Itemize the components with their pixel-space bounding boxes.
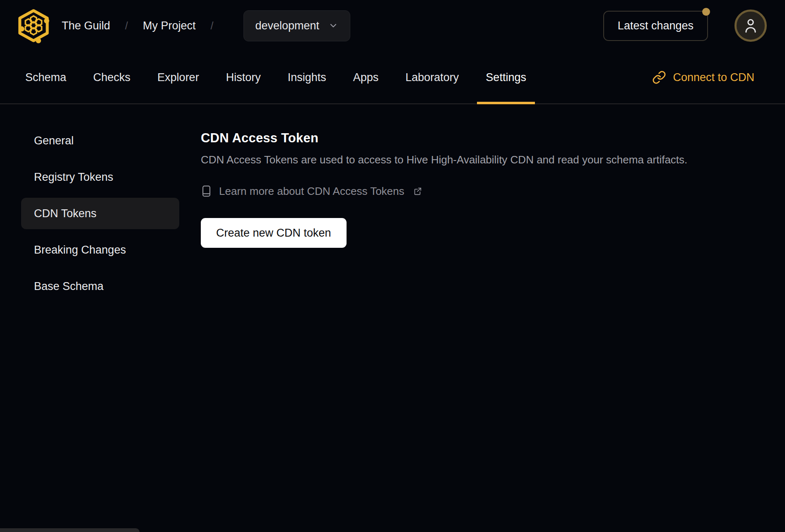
page-title: CDN Access Token	[201, 131, 687, 146]
learn-more-link[interactable]: Learn more about CDN Access Tokens	[201, 185, 687, 198]
target-selector-value: development	[255, 19, 320, 32]
breadcrumb: The Guild / My Project / development	[62, 10, 350, 41]
tab-explorer[interactable]: Explorer	[149, 51, 208, 103]
user-avatar-button[interactable]	[734, 10, 767, 42]
latest-changes-label: Latest changes	[618, 19, 693, 32]
tab-checks[interactable]: Checks	[84, 51, 139, 103]
page-description: CDN Access Tokens are used to access to …	[201, 153, 687, 166]
chevron-down-icon	[328, 21, 338, 31]
external-link-icon	[413, 187, 422, 196]
tab-settings[interactable]: Settings	[477, 51, 535, 103]
create-cdn-token-button[interactable]: Create new CDN token	[201, 218, 347, 248]
sidebar-item-base-schema[interactable]: Base Schema	[21, 271, 179, 302]
sidebar-item-general[interactable]: General	[21, 125, 179, 156]
sidebar-item-registry-tokens[interactable]: Registry Tokens	[21, 161, 179, 193]
header-actions: Latest changes	[603, 10, 767, 42]
tab-apps[interactable]: Apps	[344, 51, 388, 103]
learn-more-label: Learn more about CDN Access Tokens	[219, 185, 405, 198]
cdn-token-panel: CDN Access Token CDN Access Tokens are u…	[201, 104, 687, 248]
sidebar-item-cdn-tokens[interactable]: CDN Tokens	[21, 198, 179, 229]
sidebar-item-breaking-changes[interactable]: Breaking Changes	[21, 234, 179, 266]
book-icon	[201, 185, 212, 198]
connect-to-cdn-link[interactable]: Connect to CDN	[652, 51, 754, 103]
tab-insights[interactable]: Insights	[279, 51, 335, 103]
breadcrumb-separator: /	[125, 20, 128, 32]
tab-schema[interactable]: Schema	[17, 51, 75, 103]
guild-hive-logo-icon[interactable]	[17, 8, 51, 43]
settings-content: General Registry Tokens CDN Tokens Break…	[0, 104, 785, 302]
link-icon	[652, 70, 666, 84]
tab-history[interactable]: History	[217, 51, 270, 103]
breadcrumb-project[interactable]: My Project	[143, 19, 196, 32]
latest-changes-button[interactable]: Latest changes	[603, 11, 708, 41]
notification-dot	[702, 8, 710, 16]
connect-to-cdn-label: Connect to CDN	[673, 71, 754, 84]
tab-laboratory[interactable]: Laboratory	[397, 51, 467, 103]
breadcrumb-separator: /	[211, 20, 214, 32]
bottom-toast-peek	[0, 528, 140, 532]
settings-sidebar: General Registry Tokens CDN Tokens Break…	[0, 104, 179, 302]
breadcrumb-org[interactable]: The Guild	[62, 19, 110, 32]
primary-nav-tabs: Schema Checks Explorer History Insights …	[0, 51, 785, 104]
app-header: The Guild / My Project / development Lat…	[0, 0, 785, 51]
user-icon	[743, 17, 758, 34]
target-selector-dropdown[interactable]: development	[243, 10, 351, 41]
